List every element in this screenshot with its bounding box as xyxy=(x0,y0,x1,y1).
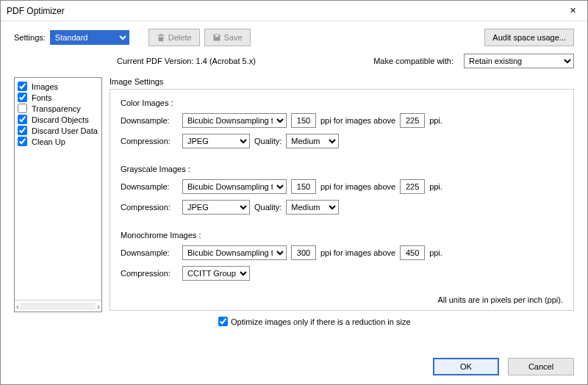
gray-quality-select[interactable]: Medium xyxy=(286,200,339,215)
gray-above-input[interactable] xyxy=(400,179,425,194)
sidebar-item-label: Images xyxy=(32,82,58,91)
settings-select[interactable]: Standard xyxy=(50,30,129,45)
gray-ppi-input[interactable] xyxy=(291,179,316,194)
optimize-label[interactable]: Optimize images only if there is a reduc… xyxy=(231,317,411,326)
sidebar-item-images[interactable]: Images xyxy=(18,81,98,92)
gray-title: Grayscale Images : xyxy=(121,165,563,173)
audit-space-button[interactable]: Audit space usage... xyxy=(484,29,574,46)
scroll-right-icon[interactable]: › xyxy=(97,302,100,311)
ok-button[interactable]: OK xyxy=(433,358,499,375)
color-compression-select[interactable]: JPEG xyxy=(182,134,250,148)
dialog-footer: OK Cancel xyxy=(433,358,574,375)
settings-label: Settings: xyxy=(14,33,46,42)
current-version-label: Current PDF Version: 1.4 (Acrobat 5.x) xyxy=(117,57,256,65)
sidebar-checkbox[interactable] xyxy=(18,137,27,146)
gray-downsample-select[interactable]: Bicubic Downsampling to xyxy=(182,179,287,194)
ppi-end-label: ppi. xyxy=(429,182,442,191)
color-ppi-input[interactable] xyxy=(291,113,316,128)
units-note: All units are in pixels per inch (ppi). xyxy=(437,295,563,304)
quality-label: Quality: xyxy=(254,137,282,145)
panel-title: Image Settings xyxy=(110,77,574,89)
downsample-label: Downsample: xyxy=(121,182,178,191)
sidebar-item-discard-objects[interactable]: Discard Objects xyxy=(18,114,98,125)
downsample-label: Downsample: xyxy=(121,116,178,125)
sidebar-checkbox[interactable] xyxy=(18,126,27,135)
mono-compression-select[interactable]: CCITT Group 4 xyxy=(182,266,250,281)
ppi-end-label: ppi. xyxy=(429,116,442,125)
mono-title: Monochrome Images : xyxy=(121,231,563,240)
window-title: PDF Optimizer xyxy=(7,6,558,16)
color-images-section: Color Images : Downsample: Bicubic Downs… xyxy=(121,98,563,148)
category-sidebar: ImagesFontsTransparencyDiscard ObjectsDi… xyxy=(14,77,102,312)
version-row: Current PDF Version: 1.4 (Acrobat 5.x) M… xyxy=(1,51,587,77)
pdf-optimizer-window: PDF Optimizer ✕ Settings: Standard Delet… xyxy=(0,0,588,385)
compat-label: Make compatible with: xyxy=(373,57,453,65)
sidebar-item-label: Transparency xyxy=(32,104,81,113)
color-title: Color Images : xyxy=(121,98,563,107)
sidebar-scrollbar[interactable]: ‹ › xyxy=(15,300,101,312)
delete-button[interactable]: Delete xyxy=(148,29,200,46)
ppi-end-label: ppi. xyxy=(429,248,442,257)
optimize-checkbox[interactable] xyxy=(218,317,228,326)
mono-downsample-select[interactable]: Bicubic Downsampling to xyxy=(182,245,287,260)
compression-label: Compression: xyxy=(121,203,178,212)
mono-images-section: Monochrome Images : Downsample: Bicubic … xyxy=(121,231,563,281)
sidebar-item-clean-up[interactable]: Clean Up xyxy=(18,136,98,147)
sidebar-item-fonts[interactable]: Fonts xyxy=(18,92,98,103)
close-button[interactable]: ✕ xyxy=(558,1,587,21)
color-downsample-select[interactable]: Bicubic Downsampling to xyxy=(182,113,287,128)
color-quality-select[interactable]: Medium xyxy=(286,134,339,148)
ppi-mid-label: ppi for images above xyxy=(320,248,395,257)
sidebar-checkbox[interactable] xyxy=(18,104,27,113)
compression-label: Compression: xyxy=(121,137,178,145)
image-settings-panel: Image Settings Color Images : Downsample… xyxy=(110,77,574,326)
sidebar-item-label: Clean Up xyxy=(32,137,65,146)
save-button[interactable]: Save xyxy=(204,29,251,46)
sidebar-item-label: Fonts xyxy=(32,93,52,102)
ppi-mid-label: ppi for images above xyxy=(320,182,395,191)
sidebar-item-discard-user-data[interactable]: Discard User Data xyxy=(18,125,98,136)
compat-select[interactable]: Retain existing xyxy=(464,54,574,68)
compression-label: Compression: xyxy=(121,269,178,278)
gray-compression-select[interactable]: JPEG xyxy=(182,200,250,215)
sidebar-item-label: Discard User Data xyxy=(32,126,98,135)
ppi-mid-label: ppi for images above xyxy=(320,116,395,125)
mono-ppi-input[interactable] xyxy=(291,245,316,260)
close-icon: ✕ xyxy=(570,6,576,15)
grayscale-images-section: Grayscale Images : Downsample: Bicubic D… xyxy=(121,165,563,215)
optimize-row: Optimize images only if there is a reduc… xyxy=(110,311,574,326)
toolbar: Settings: Standard Delete Save Audit spa… xyxy=(1,21,587,51)
titlebar: PDF Optimizer ✕ xyxy=(1,1,587,21)
cancel-button[interactable]: Cancel xyxy=(508,358,574,375)
quality-label: Quality: xyxy=(254,203,282,212)
downsample-label: Downsample: xyxy=(121,248,178,257)
scroll-left-icon[interactable]: ‹ xyxy=(16,302,19,311)
color-above-input[interactable] xyxy=(400,113,425,128)
sidebar-checkbox[interactable] xyxy=(18,82,27,91)
trash-icon xyxy=(157,33,165,42)
sidebar-item-transparency[interactable]: Transparency xyxy=(18,103,98,114)
save-icon xyxy=(212,33,221,42)
sidebar-checkbox[interactable] xyxy=(18,93,27,102)
sidebar-item-label: Discard Objects xyxy=(32,115,89,124)
sidebar-checkbox[interactable] xyxy=(18,115,27,124)
mono-above-input[interactable] xyxy=(400,245,425,260)
